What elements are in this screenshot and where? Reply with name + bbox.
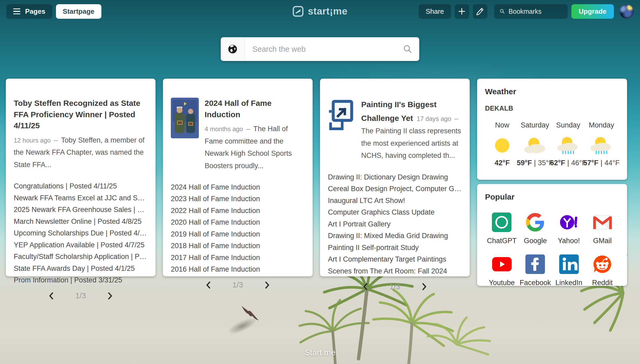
rain-icon: [556, 134, 581, 156]
featured-article[interactable]: 2024 Hall of Fame Induction 4 months ago…: [171, 98, 305, 172]
startme-logo-icon: [293, 6, 304, 17]
popular-link-youtube[interactable]: Youtube: [489, 254, 515, 287]
popular-link-gmail[interactable]: GMail: [593, 212, 612, 245]
feed-list-item[interactable]: Painting II Self-portrait Study: [328, 242, 462, 254]
feed-list-item[interactable]: 2019 Hall of Fame Induction: [171, 228, 305, 240]
feed-list-item[interactable]: 2022 Hall of Fame Induction: [171, 205, 305, 217]
feed-list-item[interactable]: 2024 Hall of Fame Induction: [171, 181, 305, 193]
bookmarks-search-input[interactable]: [509, 8, 562, 15]
web-search-submit[interactable]: [403, 44, 412, 54]
feed-list-item[interactable]: Prom Information | Posted 3/31/25: [14, 274, 148, 286]
chatgpt-icon: [492, 212, 511, 232]
popular-link-chatgpt[interactable]: ChatGPT: [487, 212, 517, 245]
hamburger-icon: [13, 8, 20, 15]
magnifier-icon: [403, 44, 412, 54]
facebook-icon: [525, 254, 545, 274]
feed-list-item[interactable]: Computer Graphics Class Update: [328, 206, 462, 218]
pager-count: 1/3: [389, 282, 400, 291]
weather-location: DEKALB: [485, 105, 619, 112]
popular-link-google[interactable]: Google: [524, 212, 547, 245]
search-engine-selector[interactable]: [221, 37, 245, 61]
chevron-right-icon: [421, 283, 427, 291]
feed-item-list: 2024 Hall of Fame Induction2023 Hall of …: [171, 181, 305, 275]
google-icon: [525, 212, 545, 232]
weather-widget: Weather DEKALB Now 42°F Saturday: [477, 79, 627, 180]
featured-title: 2024 Hall of Fame Induction: [205, 98, 305, 120]
popular-link-reddit[interactable]: Reddit: [592, 254, 613, 287]
partly-cloudy-icon: [522, 134, 548, 156]
featured-article[interactable]: Painting II's Biggest Challenge Yet17 da…: [328, 98, 462, 162]
reddit-icon: [592, 254, 612, 274]
feed-list-item[interactable]: 2020 Hall of Fame Induction: [171, 216, 305, 228]
feed-list-item[interactable]: Faculty/Staff Scholarship Application | …: [14, 251, 148, 263]
web-search-bar: [221, 37, 419, 61]
feed-list-item[interactable]: 2025 Newark FFA Greenhouse Sales | Po...: [14, 204, 148, 216]
feed-list-item[interactable]: YEP Application Available | Posted 4/7/2…: [14, 239, 148, 251]
popular-title: Popular: [485, 192, 619, 201]
flying-bat: [239, 306, 263, 322]
search-icon: [500, 8, 505, 15]
popular-link-facebook[interactable]: Facebook: [520, 254, 551, 287]
feed-list-item[interactable]: Cereal Box Design Project, Computer Gra.…: [328, 183, 462, 195]
popular-link-yahoo[interactable]: Yahoo!: [558, 212, 580, 245]
feed-list-item[interactable]: Inaugural LTC Art Show!: [328, 195, 462, 207]
chevron-left-icon: [205, 281, 211, 289]
popular-widget: Popular ChatGPT: [477, 184, 627, 286]
pager-prev-button[interactable]: [47, 290, 56, 301]
share-button[interactable]: Share: [419, 4, 451, 19]
avatar[interactable]: [620, 4, 634, 18]
feed-list-item[interactable]: 2023 Hall of Fame Induction: [171, 193, 305, 205]
right-column: Weather DEKALB Now 42°F Saturday: [477, 79, 627, 286]
gmail-icon: [593, 212, 612, 232]
startme-startpage: Start.me Pages Startpage start¡me Share: [0, 0, 640, 364]
feed-list-item[interactable]: State FFA Awards Day | Posted 4/1/25: [14, 263, 148, 275]
feed-list-item[interactable]: Upcoming Scholarships Due | Posted 4/8..…: [14, 227, 148, 239]
pager-next-button[interactable]: [263, 280, 272, 291]
pager-prev-button[interactable]: [204, 280, 213, 291]
feed-list-item[interactable]: Congratulations | Posted 4/11/25: [14, 180, 148, 192]
feed-list-item[interactable]: Art I Complementary Target Paintings: [328, 253, 462, 265]
rain-icon: [589, 134, 614, 156]
feed-pager: 1/3: [14, 286, 148, 301]
feed-list-item[interactable]: 2018 Hall of Fame Induction: [171, 240, 305, 252]
feed-item-list: Congratulations | Posted 4/11/25Newark F…: [14, 180, 148, 286]
pager-prev-button[interactable]: [361, 281, 370, 292]
background-credit: Start.me: [304, 348, 335, 357]
startme-logo: start¡me: [293, 0, 347, 23]
pager-next-button[interactable]: [420, 281, 429, 292]
feed-widget-nchsnews: Feeds.feedburner.com/NchsNews Toby Steff…: [6, 79, 156, 276]
weather-day-monday: Monday: [585, 121, 618, 167]
pager-next-button[interactable]: [106, 290, 115, 301]
feed-list-item[interactable]: Drawing II: Dictionary Design Drawing: [328, 171, 462, 183]
tab-startpage[interactable]: Startpage: [56, 4, 101, 19]
bookmarks-search[interactable]: [494, 4, 568, 19]
feed-list-item[interactable]: Art I Portrait Gallery: [328, 218, 462, 230]
feed-item-list: Drawing II: Dictionary Design DrawingCer…: [328, 171, 462, 277]
linkedin-icon: [559, 254, 579, 274]
popular-link-linkedin[interactable]: LinkedIn: [555, 254, 582, 287]
topbar-left: Pages Startpage: [6, 4, 101, 19]
youtube-icon: [492, 254, 512, 274]
feed-list-item[interactable]: Drawing II: Mixed Media Grid Drawing: [328, 230, 462, 242]
pager-count: 1/3: [75, 291, 86, 300]
featured-thumbnail-photo: [171, 98, 199, 172]
feed-list-item[interactable]: March Newsletter Online | Posted 4/8/25: [14, 216, 148, 228]
feed-list-item[interactable]: 2017 Hall of Fame Induction: [171, 252, 305, 264]
web-search-input[interactable]: [245, 45, 403, 54]
widgets-row: Feeds.feedburner.com/NchsNews Toby Steff…: [6, 79, 627, 286]
feed-list-item[interactable]: Newark FFA Teams Excel at JJC and Sect..…: [14, 192, 148, 204]
feed-list-item[interactable]: Scenes from The Art Room: Fall 2024: [328, 265, 462, 277]
pages-label: Pages: [25, 7, 45, 16]
edit-page-button[interactable]: [473, 4, 487, 19]
upgrade-button[interactable]: Upgrade: [571, 4, 614, 19]
featured-meta: Painting II's Biggest Challenge Yet17 da…: [361, 98, 462, 162]
feed-pager: 1/3: [328, 277, 462, 292]
weather-day-sunday: Sunday: [552, 121, 585, 167]
add-widget-button[interactable]: [455, 4, 469, 19]
weather-forecast-row: Now 42°F Saturday: [485, 121, 619, 167]
pager-count: 1/3: [232, 281, 243, 289]
featured-article[interactable]: Toby Steffen Recognized as State FFA Pro…: [14, 98, 148, 171]
pages-button[interactable]: Pages: [6, 4, 52, 19]
feed-list-item[interactable]: 2016 Hall of Fame Induction: [171, 263, 305, 275]
weather-day-now: Now 42°F: [486, 121, 518, 167]
